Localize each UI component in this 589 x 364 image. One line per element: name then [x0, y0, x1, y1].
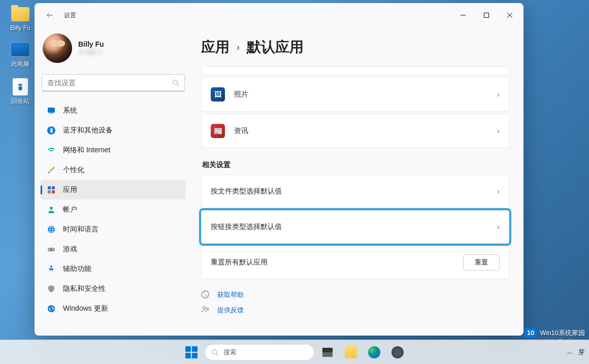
svg-rect-5: [48, 186, 51, 189]
start-button[interactable]: [181, 342, 202, 362]
avatar: [43, 34, 72, 63]
search-box[interactable]: [42, 74, 185, 91]
svg-point-18: [204, 293, 205, 294]
nav-label: 网络和 Internet: [63, 146, 110, 155]
breadcrumb-root[interactable]: 应用: [201, 38, 230, 57]
profile-subtitle: 本地帐户: [78, 48, 104, 57]
link-help[interactable]: 获取帮助: [201, 290, 509, 300]
photos-icon: 🖼: [211, 87, 225, 102]
close-icon: [507, 13, 512, 18]
windows-icon: [185, 346, 198, 358]
desktop-icon-label: 此电脑: [5, 60, 36, 69]
sidebar-item-accessibility[interactable]: 辅助功能: [41, 259, 186, 279]
titlebar: 设置: [35, 3, 523, 27]
svg-point-14: [53, 249, 54, 250]
setting-by-link-type[interactable]: 按链接类型选择默认值›: [201, 210, 509, 244]
apps-icon: [47, 185, 56, 194]
sidebar-item-time[interactable]: 时间和语言: [41, 220, 186, 239]
svg-point-20: [212, 349, 217, 354]
update-icon: [47, 304, 56, 313]
related-settings-header: 相关设置: [202, 160, 509, 170]
sidebar-item-personalization[interactable]: 个性化: [41, 160, 186, 180]
sidebar-item-privacy[interactable]: 隐私和安全性: [41, 279, 186, 299]
tray-ime[interactable]: 芽: [578, 348, 585, 357]
desktop-folder-billy-fu[interactable]: Billy Fu: [5, 5, 36, 31]
svg-point-13: [52, 248, 53, 249]
sidebar-item-apps[interactable]: 应用: [41, 180, 186, 200]
nav-label: 帐户: [63, 205, 77, 214]
breadcrumb-current: 默认应用: [247, 38, 304, 57]
taskbar-search[interactable]: 搜索: [205, 344, 314, 360]
nav-label: 隐私和安全性: [63, 284, 106, 293]
nav-label: 游戏: [63, 245, 77, 254]
setting-label: 重置所有默认应用: [211, 258, 463, 267]
link-feedback[interactable]: 提供反馈: [201, 306, 509, 315]
sidebar-item-gaming[interactable]: 游戏: [41, 240, 186, 259]
sidebar-item-network[interactable]: 网络和 Internet: [41, 141, 186, 160]
sidebar-item-bluetooth[interactable]: 蓝牙和其他设备: [41, 121, 186, 140]
feedback-icon: [201, 306, 210, 315]
svg-rect-0: [484, 13, 489, 18]
svg-point-9: [50, 207, 53, 210]
profile[interactable]: Billy Fu 本地帐户: [41, 31, 186, 71]
app-card-news[interactable]: 📰资讯›: [201, 114, 509, 148]
explorer-icon: [345, 346, 357, 358]
breadcrumb: 应用 › 默认应用: [201, 38, 509, 57]
setting-reset-all[interactable]: 重置所有默认应用重置: [201, 246, 509, 279]
taskbar: 搜索 ︿ 芽: [0, 340, 589, 364]
setting-by-file-type[interactable]: 按文件类型选择默认值›: [201, 175, 509, 208]
desktop-icon-label: Billy Fu: [5, 24, 36, 31]
svg-rect-7: [48, 190, 51, 193]
bluetooth-icon: [47, 126, 56, 135]
minimize-button[interactable]: [451, 7, 475, 23]
chevron-right-icon: ›: [237, 42, 240, 53]
nav-label: 辅助功能: [63, 264, 91, 274]
system-tray[interactable]: ︿ 芽: [567, 348, 585, 357]
close-button[interactable]: [498, 7, 521, 23]
nav: 系统蓝牙和其他设备网络和 Internet个性化应用帐户时间和语言游戏辅助功能隐…: [41, 101, 186, 332]
network-icon: [47, 146, 56, 155]
svg-point-17: [202, 291, 209, 298]
task-view-button[interactable]: [317, 342, 338, 362]
accessibility-icon: [47, 264, 56, 274]
minimize-icon: [461, 13, 466, 18]
svg-rect-3: [50, 113, 53, 114]
taskbar-explorer[interactable]: [341, 342, 361, 362]
nav-label: 个性化: [63, 166, 84, 175]
taskbar-settings[interactable]: [387, 342, 408, 362]
recycle-icon: [13, 78, 28, 95]
privacy-icon: [47, 284, 56, 293]
nav-label: 应用: [63, 185, 77, 194]
maximize-button[interactable]: [475, 7, 498, 23]
folder-icon: [11, 7, 29, 21]
link-text: 获取帮助: [217, 290, 244, 300]
accounts-icon: [47, 205, 56, 214]
svg-point-1: [173, 80, 178, 85]
desktop-recycle-bin[interactable]: 回收站: [5, 78, 36, 106]
maximize-icon: [484, 13, 489, 18]
search-icon: [172, 79, 179, 86]
search-icon: [211, 349, 218, 356]
back-button[interactable]: [41, 6, 59, 24]
sidebar-item-system[interactable]: 系统: [41, 101, 186, 120]
nav-label: Windows 更新: [63, 304, 108, 313]
settings-window: 设置 Billy Fu 本地帐户 系统蓝牙和其他设备网络和 Internet个性…: [35, 3, 523, 336]
svg-rect-2: [48, 108, 55, 113]
svg-rect-8: [52, 190, 55, 193]
svg-rect-6: [52, 186, 55, 189]
taskbar-edge[interactable]: [364, 342, 384, 362]
tray-chevron-icon[interactable]: ︿: [567, 348, 573, 357]
sidebar-item-accounts[interactable]: 帐户: [41, 200, 186, 219]
chevron-right-icon: ›: [497, 187, 500, 195]
nav-label: 蓝牙和其他设备: [63, 126, 113, 135]
system-icon: [47, 106, 56, 115]
search-input[interactable]: [47, 79, 172, 87]
sidebar-item-update[interactable]: Windows 更新: [41, 299, 186, 318]
desktop-this-pc[interactable]: 此电脑: [5, 41, 36, 69]
app-card-photos[interactable]: 🖼照片›: [201, 77, 509, 112]
reset-button[interactable]: 重置: [463, 254, 500, 271]
task-view-icon: [322, 348, 333, 357]
sidebar: Billy Fu 本地帐户 系统蓝牙和其他设备网络和 Internet个性化应用…: [35, 27, 192, 336]
watermark-badge: 10: [525, 328, 537, 338]
link-text: 提供反馈: [217, 306, 244, 315]
